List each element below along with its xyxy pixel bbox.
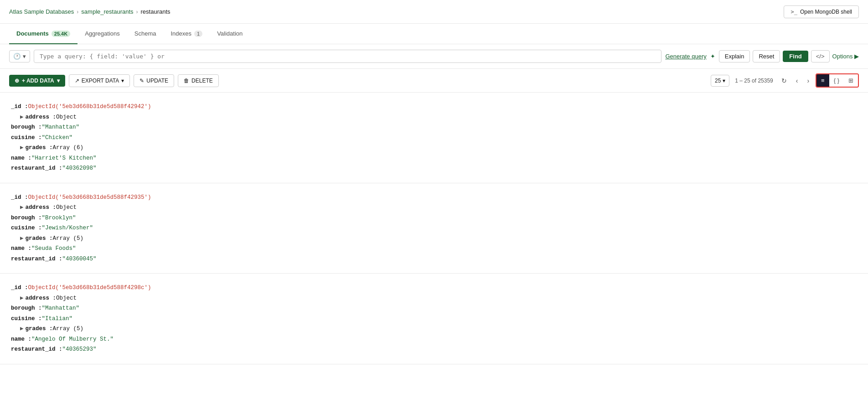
toolbar-right: 25 ▾ 1 – 25 of 25359 ↻ ‹ › ≡ { } ⊞ [711, 73, 859, 88]
expand-address-icon[interactable]: ▶ [20, 202, 24, 213]
field-name-value: "Harriet'S Kitchen" [31, 153, 97, 164]
field-address-key: address : [26, 202, 57, 213]
field-address-key: address : [26, 293, 57, 304]
field-grades-value: Array (5) [53, 324, 84, 334]
field-restaurantid-line: restaurant_id : "40365293" [11, 344, 857, 355]
query-time-button[interactable]: 🕐 ▾ [9, 50, 30, 62]
field-id-key: _id : [11, 283, 28, 293]
view-toggle-group: ≡ { } ⊞ [816, 73, 859, 88]
tab-aggregations-label: Aggregations [85, 30, 120, 37]
generate-query-link[interactable]: Generate query [665, 53, 706, 60]
export-data-button[interactable]: ↗ EXPORT DATA ▾ [69, 74, 130, 87]
breadcrumb-atlas[interactable]: Atlas Sample Databases [9, 8, 74, 15]
field-restaurantid-line: restaurant_id : "40360045" [11, 254, 857, 264]
tab-schema[interactable]: Schema [127, 24, 164, 44]
field-name-key: name : [11, 153, 31, 164]
field-restaurantid-key: restaurant_id : [11, 344, 62, 355]
list-view-button[interactable]: ≡ [816, 74, 829, 87]
open-mongodb-shell-button[interactable]: >_ Open MongoDB shell [784, 5, 859, 18]
field-id-key: _id : [11, 102, 28, 112]
options-button[interactable]: Options ▶ [832, 53, 859, 60]
document-fields: _id : ObjectId('5eb3d668b31de5d588f42935… [11, 192, 857, 264]
find-button[interactable]: Find [783, 51, 808, 62]
breadcrumb-restaurants: restaurants [141, 8, 170, 15]
add-data-button[interactable]: ⊕ + ADD DATA ▾ [9, 75, 65, 87]
field-grades-key: grades : [26, 143, 53, 153]
field-restaurantid-line: restaurant_id : "40362098" [11, 163, 857, 174]
expand-address-icon[interactable]: ▶ [20, 293, 24, 304]
refresh-button[interactable]: ↻ [779, 75, 790, 86]
json-view-button[interactable]: { } [829, 74, 844, 87]
field-address-value: Object [56, 293, 77, 304]
explain-button[interactable]: Explain [719, 50, 750, 62]
tab-indexes[interactable]: Indexes 1 [163, 24, 210, 44]
trash-icon: 🗑 [184, 78, 189, 84]
table-view-button[interactable]: ⊞ [844, 74, 858, 87]
field-id-value: ObjectId('5eb3d668b31de5d588f42935') [28, 192, 151, 203]
expand-grades-icon[interactable]: ▶ [20, 233, 24, 244]
expand-address-icon[interactable]: ▶ [20, 112, 24, 123]
document-card: _id : ObjectId('5eb3d668b31de5d588f4298c… [0, 274, 868, 364]
per-page-select[interactable]: 25 ▾ [711, 75, 729, 87]
field-borough-key: borough : [11, 213, 42, 223]
field-restaurantid-value: "40362098" [62, 163, 97, 174]
top-bar: Atlas Sample Databases › sample_restaura… [0, 0, 868, 24]
field-address-value: Object [56, 202, 77, 213]
field-grades-key: grades : [26, 233, 53, 244]
next-page-button[interactable]: › [804, 75, 812, 86]
tab-indexes-badge: 1 [194, 31, 202, 37]
field-borough-line: borough : "Manhattan" [11, 122, 857, 133]
toolbar-left: ⊕ + ADD DATA ▾ ↗ EXPORT DATA ▾ ✎ UPDATE … [9, 74, 219, 87]
field-address-line: ▶ address : Object [11, 293, 857, 304]
expand-grades-icon[interactable]: ▶ [20, 324, 24, 334]
add-data-label: + ADD DATA [22, 78, 54, 84]
tab-indexes-label: Indexes [170, 30, 191, 37]
field-cuisine-line: cuisine : "Chicken" [11, 133, 857, 143]
field-id-key: _id : [11, 192, 28, 203]
expand-grades-icon[interactable]: ▶ [20, 143, 24, 153]
tab-documents[interactable]: Documents 25.4K [9, 24, 78, 44]
field-grades-value: Array (6) [53, 143, 84, 153]
field-cuisine-value: "Italian" [42, 314, 73, 324]
field-borough-line: borough : "Brooklyn" [11, 213, 857, 223]
field-address-key: address : [26, 112, 57, 123]
field-name-key: name : [11, 334, 31, 345]
add-data-dropdown-icon: ▾ [57, 78, 60, 84]
terminal-icon: >_ [790, 9, 797, 15]
update-button[interactable]: ✎ UPDATE [134, 74, 174, 87]
field-cuisine-line: cuisine : "Jewish/Kosher" [11, 223, 857, 233]
code-toggle-button[interactable]: </> [811, 50, 830, 62]
tab-validation[interactable]: Validation [210, 24, 250, 44]
delete-button[interactable]: 🗑 DELETE [178, 74, 219, 87]
open-shell-label: Open MongoDB shell [800, 9, 852, 15]
field-name-line: name : "Harriet'S Kitchen" [11, 153, 857, 164]
tab-aggregations[interactable]: Aggregations [78, 24, 127, 44]
pagination-info: 1 – 25 of 25359 [735, 78, 773, 84]
field-name-line: name : "Seuda Foods" [11, 244, 857, 254]
export-dropdown-icon: ▾ [121, 78, 124, 84]
query-actions: Explain Reset Find </> Options ▶ [719, 50, 859, 62]
query-input[interactable] [34, 50, 661, 63]
field-grades-line: ▶ grades : Array (6) [11, 143, 857, 153]
tabs-bar: Documents 25.4K Aggregations Schema Inde… [0, 24, 868, 44]
document-fields: _id : ObjectId('5eb3d668b31de5d588f4298c… [11, 283, 857, 355]
documents-area: _id : ObjectId('5eb3d668b31de5d588f42942… [0, 93, 868, 364]
field-restaurantid-value: "40360045" [62, 254, 97, 264]
breadcrumb-sep-2: › [136, 9, 138, 15]
plus-icon: ⊕ [15, 78, 19, 84]
breadcrumb-sep-1: › [77, 9, 78, 15]
field-address-value: Object [56, 112, 77, 123]
field-grades-line: ▶ grades : Array (5) [11, 324, 857, 334]
field-name-key: name : [11, 244, 31, 254]
reset-button[interactable]: Reset [753, 50, 780, 62]
prev-page-button[interactable]: ‹ [793, 75, 801, 86]
breadcrumb-sample-restaurants[interactable]: sample_restaurants [81, 8, 133, 15]
field-grades-line: ▶ grades : Array (5) [11, 233, 857, 244]
field-grades-value: Array (5) [53, 233, 84, 244]
field-id-line: _id : ObjectId('5eb3d668b31de5d588f42935… [11, 192, 857, 203]
field-borough-line: borough : "Manhattan" [11, 303, 857, 314]
field-borough-key: borough : [11, 303, 42, 314]
document-fields: _id : ObjectId('5eb3d668b31de5d588f42942… [11, 102, 857, 174]
tab-documents-badge: 25.4K [52, 31, 70, 37]
field-name-value: "Angelo Of Mulberry St." [31, 334, 114, 345]
